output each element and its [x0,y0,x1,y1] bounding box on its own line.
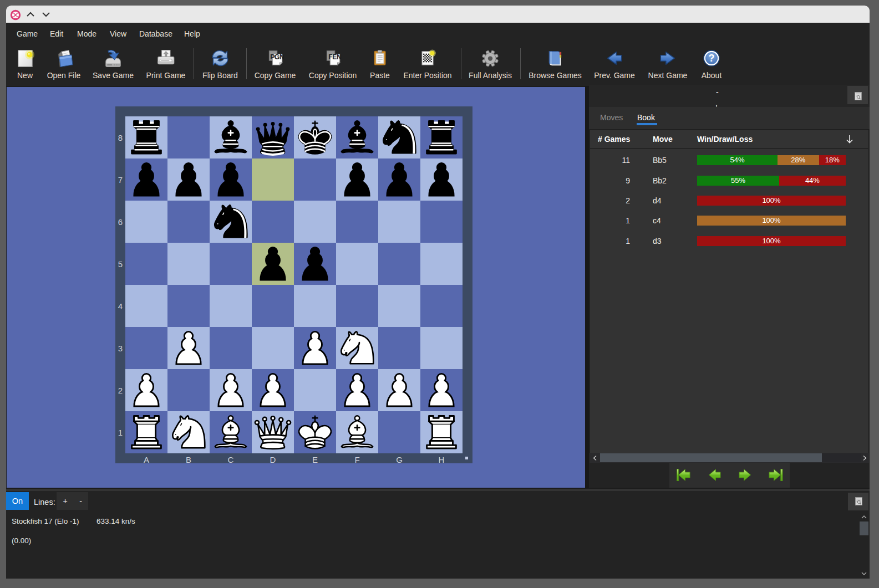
svg-text:PGN: PGN [270,53,284,61]
svg-text:FEN: FEN [328,53,341,61]
svg-text:?: ? [708,53,714,64]
